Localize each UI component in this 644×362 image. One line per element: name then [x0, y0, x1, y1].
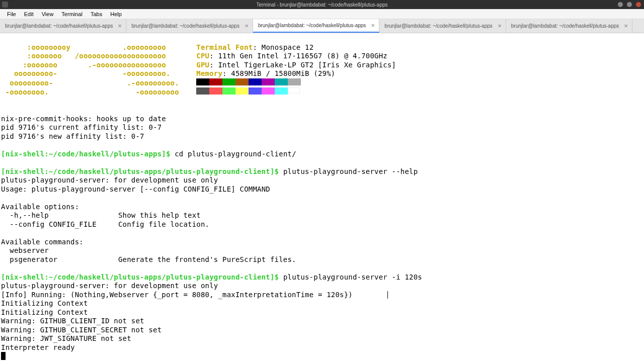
- menu-terminal[interactable]: Terminal: [57, 10, 87, 18]
- terminal-output: pid 9716's current affinity list: 0-7: [1, 123, 162, 131]
- tab-label: brunjlar@lambdabat: ~/code/haskell/plutu…: [384, 23, 492, 29]
- sysinfo-label: Terminal Font: [196, 43, 253, 51]
- terminal-output: -h,--help Show this help text: [1, 211, 201, 219]
- shell-command: plutus-playground-server -i 120s: [279, 273, 422, 281]
- terminal-output: plutus-playground-server: for developmen…: [1, 176, 218, 184]
- menu-view[interactable]: View: [38, 10, 58, 18]
- sysinfo-label: GPU: [196, 61, 209, 69]
- terminal-viewport[interactable]: :ooooooooy .ooooooooo Terminal Font: Mon…: [0, 33, 644, 362]
- close-tab-icon[interactable]: ✕: [623, 23, 629, 29]
- close-tab-icon[interactable]: ✕: [497, 23, 503, 29]
- window-controls: [618, 2, 644, 7]
- shell-command: cd plutus-playground-client/: [171, 150, 296, 158]
- window-title: Terminal - brunjlar@lambdabat: ~/code/ha…: [256, 2, 387, 8]
- shell-command: plutus-playground-server --help: [279, 167, 418, 175]
- tab-0[interactable]: brunjlar@lambdabat: ~/code/haskell/plutu…: [0, 19, 126, 33]
- terminal-output: Warning: JWT_SIGNATURE not set: [1, 334, 131, 342]
- close-tab-icon[interactable]: ✕: [117, 23, 123, 29]
- menu-edit[interactable]: Edit: [20, 10, 38, 18]
- tab-4[interactable]: brunjlar@lambdabat: ~/code/haskell/plutu…: [506, 19, 632, 33]
- tab-label: brunjlar@lambdabat: ~/code/haskell/plutu…: [511, 23, 619, 29]
- ascii-art: :ooooooo .-oooooooooooooooo: [1, 61, 166, 69]
- terminal-output: nix-pre-commit-hooks: hooks up to date: [1, 115, 166, 123]
- app-icon: [2, 2, 8, 8]
- shell-prompt: [nix-shell:~/code/haskell/plutus-apps]$: [1, 150, 171, 158]
- tabbar: brunjlar@lambdabat: ~/code/haskell/plutu…: [0, 19, 644, 33]
- terminal-output: webserver: [1, 246, 49, 254]
- terminal-output: Initializing Context: [1, 308, 88, 316]
- block-cursor-icon: [1, 352, 6, 360]
- sysinfo-value: : 4589MiB / 15800MiB (29%): [222, 69, 335, 77]
- tab-label: brunjlar@lambdabat: ~/code/haskell/plutu…: [131, 23, 239, 29]
- minimize-icon[interactable]: [618, 2, 623, 7]
- terminal-output: pid 9716's new affinity list: 0-7: [1, 132, 144, 140]
- ascii-art: ooooooooo- .-ooooooooo.: [1, 79, 179, 87]
- terminal-output: Warning: GITHUB_CLIENT_ID not set: [1, 317, 144, 325]
- sysinfo-value: : Intel TigerLake-LP GT2 [Iris Xe Graphi…: [209, 61, 396, 69]
- terminal-output: Interpreter ready: [1, 343, 75, 351]
- ascii-art: :ooooooooy .ooooooooo: [1, 43, 166, 51]
- color-palette: [196, 87, 300, 97]
- ascii-art: -oooooooo. -ooooooooo: [1, 88, 179, 96]
- sysinfo-value: : Monospace 12: [253, 43, 314, 51]
- shell-prompt: [nix-shell:~/code/haskell/plutus-apps/pl…: [1, 167, 279, 175]
- menu-tabs[interactable]: Tabs: [87, 10, 106, 18]
- terminal-output: Usage: plutus-playground-server [--confi…: [1, 185, 270, 193]
- terminal-output: Available options:: [1, 203, 79, 211]
- color-palette: [196, 78, 301, 88]
- tab-2[interactable]: brunjlar@lambdabat: ~/code/haskell/plutu…: [253, 19, 379, 33]
- terminal-output: Initializing Context: [1, 299, 88, 307]
- terminal-output: plutus-playground-server: for developmen…: [1, 282, 218, 290]
- tab-label: brunjlar@lambdabat: ~/code/haskell/plutu…: [5, 23, 113, 29]
- tab-1[interactable]: brunjlar@lambdabat: ~/code/haskell/plutu…: [126, 19, 253, 33]
- shell-prompt: [nix-shell:~/code/haskell/plutus-apps/pl…: [1, 273, 279, 281]
- tab-3[interactable]: brunjlar@lambdabat: ~/code/haskell/plutu…: [379, 19, 506, 33]
- terminal-output: Warning: GITHUB_CLIENT_SECRET not set: [1, 326, 162, 334]
- close-icon[interactable]: [636, 2, 641, 7]
- sysinfo-label: CPU: [196, 52, 209, 60]
- close-tab-icon[interactable]: ✕: [370, 23, 376, 29]
- sysinfo-value: : 11th Gen Intel i7-1165G7 (8) @ 4.700GH…: [209, 52, 387, 60]
- ascii-art: :ooooooo /oooooooooooooooooooo: [1, 52, 166, 60]
- maximize-icon[interactable]: [627, 2, 632, 7]
- ascii-art: ooooooooo- -ooooooooo.: [1, 69, 171, 77]
- menu-help[interactable]: Help: [106, 10, 126, 18]
- close-tab-icon[interactable]: ✕: [244, 23, 250, 29]
- terminal-output: Available commands:: [1, 238, 84, 246]
- sysinfo-label: Memory: [196, 69, 222, 77]
- terminal-output: [Info] Running: (Nothing,Webserver {_por…: [1, 291, 353, 299]
- menubar: File Edit View Terminal Tabs Help: [0, 9, 644, 19]
- menu-file[interactable]: File: [3, 10, 20, 18]
- tab-label: brunjlar@lambdabat: ~/code/haskell/plutu…: [258, 23, 366, 28]
- window-titlebar: Terminal - brunjlar@lambdabat: ~/code/ha…: [0, 0, 644, 9]
- text-cursor-icon: [387, 291, 388, 299]
- terminal-output: psgenerator Generate the frontend's Pure…: [1, 255, 296, 263]
- terminal-output: --config CONFIG_FILE Config file locatio…: [1, 220, 209, 228]
